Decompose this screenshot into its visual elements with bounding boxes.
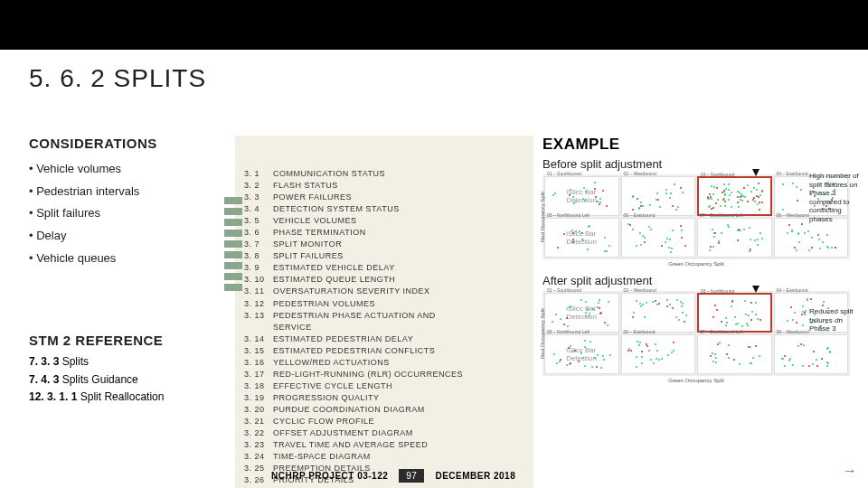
chart-cell: 07 – Southbound Left <box>697 218 772 258</box>
page-title: 5. 6. 2 SPLITS <box>29 64 868 93</box>
chart-cell: 02 – Westbound <box>621 176 696 216</box>
perf-column: 3. 1COMMUNICATION STATUS3. 2FLASH STATUS… <box>235 136 533 488</box>
before-label: Before split adjustment <box>542 157 850 171</box>
after-chart-grid: 01 – SouthboundiSlicc Bar Detection02 – … <box>542 291 850 376</box>
considerations-item: • Split failures <box>29 202 210 225</box>
considerations-list: • Vehicle volumes• Pedestrian intervals•… <box>29 158 210 269</box>
chart-cell: 05 – Northbound LeftiSlicc Bar Detection <box>544 218 619 258</box>
chart-cell: 08 – Westbound <box>774 334 849 374</box>
stm2-ref: 7. 4. 3 Splits Guidance <box>29 371 210 389</box>
considerations-heading: CONSIDERATIONS <box>29 136 210 151</box>
perf-item: 3. 1COMMUNICATION STATUS <box>244 168 524 180</box>
perf-item: 3. 6PHASE TERMINATION <box>244 227 524 239</box>
perf-item: 3. 2FLASH STATUS <box>244 180 524 192</box>
axis-y-label: Red Occupancy Split <box>540 192 545 242</box>
arrow-down-icon <box>752 286 760 293</box>
stripe-decor <box>224 197 242 295</box>
perf-item: 3. 5VEHICLE VOLUMES <box>244 215 524 227</box>
after-label: After split adjustment <box>542 274 850 287</box>
chart-cell: 08 – Westbound <box>774 218 849 258</box>
perf-item: 3. 4DETECTION SYSTEM STATUS <box>244 203 524 215</box>
perf-item: 3. 15ESTIMATED PEDESTRIAN CONFLICTS <box>244 345 524 357</box>
header-blackbar <box>0 0 868 50</box>
next-arrow-icon[interactable]: → <box>843 463 857 479</box>
chart-cell: 07 – Southbound Left <box>697 334 772 374</box>
perf-item: 3. 10ESTIMATED QUEUE LENGTH <box>244 274 524 286</box>
perf-item: 3. 7SPLIT MONITOR <box>244 239 524 250</box>
chart-cell: 01 – SouthboundiSlicc Bar Detection <box>544 176 619 216</box>
perf-item: 3. 12PEDESTRIAN VOLUMES <box>244 298 524 310</box>
chart-cell: 06 – Eastbound <box>621 218 696 258</box>
stm2-ref: 7. 3. 3 Splits <box>29 353 210 371</box>
chart-cell: 01 – SouthboundiSlicc Bar Detection <box>544 293 619 333</box>
perf-item: 3. 8SPLIT FAILURES <box>244 250 524 262</box>
arrow-down-icon <box>752 169 760 176</box>
note-after: Reduced split failures on Phase 3 <box>809 307 863 333</box>
footer-project: NCHRP PROJECT 03-122 <box>271 471 388 481</box>
chart-cell: 03 – Northbound <box>697 176 772 216</box>
chart-cell: 03 – Northbound <box>697 293 772 333</box>
considerations-item: • Vehicle volumes <box>29 158 210 181</box>
perf-item: 3. 18EFFECTIVE CYCLE LENGTH <box>244 380 524 392</box>
chart-cell: 05 – Northbound LeftiSlicc Bar Detection <box>544 334 619 374</box>
perf-item: 3. 3POWER FAILURES <box>244 192 524 203</box>
axis-y-label: Red Occupancy Split <box>540 308 545 359</box>
perf-item: 3. 11OVERSATURATION SEVERITY INDEX <box>244 286 524 297</box>
perf-item: 3. 23TRAVEL TIME AND AVERAGE SPEED <box>244 439 524 451</box>
axis-x-label: Green Occupancy Split <box>668 378 724 383</box>
stm2-refs: 7. 3. 3 Splits7. 4. 3 Splits Guidance12.… <box>29 353 210 406</box>
perf-item: 3. 17RED-LIGHT-RUNNING (RLR) OCCURRENCES <box>244 369 524 380</box>
perf-item: 3. 21CYCLIC FLOW PROFILE <box>244 416 524 427</box>
considerations-item: • Pedestrian intervals <box>29 181 210 203</box>
considerations-item: • Delay <box>29 225 210 248</box>
stm2-heading: STM 2 REFERENCE <box>29 333 210 348</box>
stm2-ref: 12. 3. 1. 1 Split Reallocation <box>29 389 210 406</box>
perf-item: 3. 14ESTIMATED PEDESTRIAN DELAY <box>244 333 524 345</box>
perf-item: SERVICE <box>244 322 524 333</box>
perf-item: 3. 20PURDUE COORDINATION DIAGRAM <box>244 404 524 416</box>
perf-item: 3. 22OFFSET ADJUSTMENT DIAGRAM <box>244 427 524 439</box>
footer: NCHRP PROJECT 03-122 97 DECEMBER 2018 <box>271 469 515 483</box>
perf-item: 3. 19PROGRESSION QUALITY <box>244 392 524 404</box>
example-column: Before split adjustment 01 – Southboundi… <box>542 136 850 376</box>
perf-item: 3. 16YELLOW/RED ACTUATIONS <box>244 357 524 369</box>
left-column: CONSIDERATIONS • Vehicle volumes• Pedest… <box>29 136 210 406</box>
footer-date: DECEMBER 2018 <box>435 471 515 481</box>
note-before: High number of split failures on Phase 3… <box>809 172 863 224</box>
perf-item: 3. 13PEDESTRIAN PHASE ACTUATION AND <box>244 310 524 322</box>
perf-item: 3. 9ESTIMATED VEHICLE DELAY <box>244 262 524 274</box>
considerations-item: • Vehicle queues <box>29 248 210 270</box>
chart-cell: 06 – Eastbound <box>621 334 696 374</box>
chart-cell: 02 – Westbound <box>621 293 696 333</box>
footer-page: 97 <box>399 469 424 483</box>
before-chart-grid: 01 – SouthboundiSlicc Bar Detection02 – … <box>542 174 850 259</box>
axis-x-label: Green Occupancy Split <box>668 261 724 267</box>
perf-item: 3. 24TIME-SPACE DIAGRAM <box>244 451 524 463</box>
